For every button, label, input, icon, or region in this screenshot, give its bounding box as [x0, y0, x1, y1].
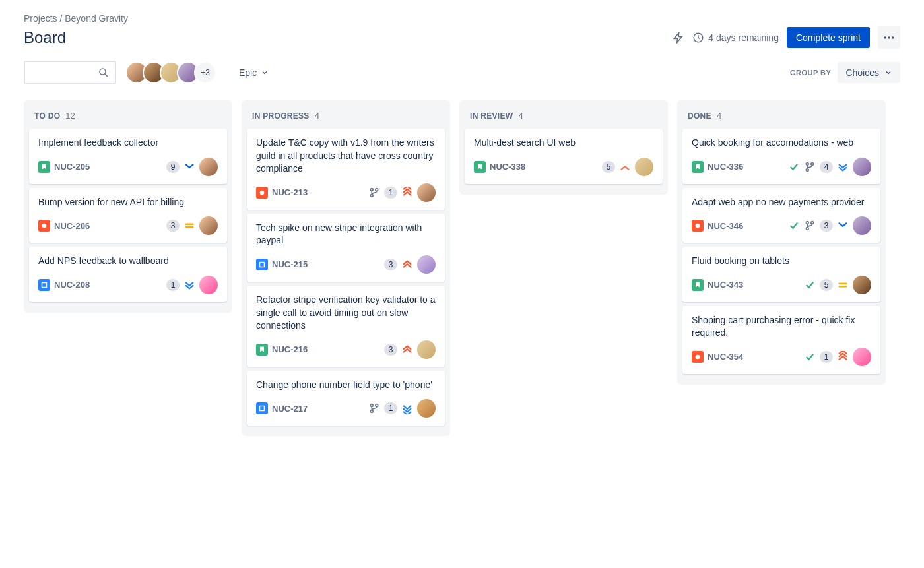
issue-card[interactable]: Fluid booking on tablets NUC-343 5 [682, 247, 880, 302]
breadcrumb-projects[interactable]: Projects [24, 13, 57, 24]
estimate-badge: 4 [820, 161, 833, 173]
column-count: 4 [518, 111, 523, 121]
issue-type-icon [692, 279, 704, 291]
issue-card[interactable]: Quick booking for accomodations - web NU… [682, 129, 880, 184]
issue-type-icon [256, 259, 268, 270]
priority-icon [619, 161, 631, 173]
svg-point-18 [806, 162, 808, 165]
more-actions-button[interactable] [878, 26, 900, 49]
board-column: IN PROGRESS4 Update T&C copy with v1.9 f… [242, 100, 450, 436]
assignee-avatar[interactable] [853, 348, 871, 366]
assignee-avatar[interactable] [417, 255, 436, 274]
issue-key: NUC-208 [54, 280, 90, 290]
svg-point-22 [806, 222, 808, 224]
issue-key: NUC-213 [272, 187, 308, 197]
assignee-avatar[interactable] [417, 183, 436, 202]
epic-filter[interactable]: Epic [239, 67, 269, 78]
assignee-avatar[interactable] [199, 276, 218, 294]
svg-point-2 [888, 36, 890, 38]
complete-sprint-button[interactable]: Complete sprint [787, 27, 870, 48]
branch-icon [368, 187, 380, 199]
issue-type-icon [38, 279, 50, 291]
svg-point-3 [892, 36, 894, 38]
group-by-label: GROUP BY [790, 69, 831, 77]
column-title: IN PROGRESS [252, 111, 310, 121]
estimate-badge: 3 [820, 220, 833, 232]
svg-rect-26 [839, 286, 847, 288]
issue-type-icon [256, 402, 268, 414]
avatar-overflow[interactable]: +3 [194, 61, 216, 84]
estimate-badge: 5 [820, 279, 833, 291]
search-input[interactable] [24, 61, 116, 84]
branch-icon [804, 161, 816, 173]
priority-icon [837, 279, 849, 291]
breadcrumb-project[interactable]: Beyond Gravity [65, 13, 128, 24]
estimate-badge: 1 [384, 187, 397, 199]
assignee-avatar[interactable] [199, 216, 218, 235]
priority-icon [401, 187, 413, 199]
assignee-avatar[interactable] [417, 399, 436, 418]
issue-key: NUC-215 [272, 259, 308, 269]
svg-point-23 [811, 222, 814, 224]
svg-rect-7 [185, 226, 194, 228]
issue-card[interactable]: Multi-dest search UI web NUC-338 5 [465, 129, 663, 184]
card-title: Bump version for new API for billing [38, 196, 218, 209]
assignee-avatar[interactable] [635, 158, 653, 176]
assignee-avatar[interactable] [853, 276, 871, 294]
priority-icon [401, 259, 413, 270]
estimate-badge: 9 [166, 161, 180, 173]
board-column: TO DO12 Implement feedback collector NUC… [24, 100, 232, 313]
assignee-avatar[interactable] [417, 340, 436, 359]
estimate-badge: 3 [384, 259, 397, 270]
svg-point-19 [811, 162, 814, 165]
priority-icon [837, 220, 849, 232]
page-title: Board [24, 28, 66, 47]
priority-icon [401, 344, 413, 356]
estimate-badge: 1 [384, 402, 397, 414]
issue-type-icon [256, 344, 268, 356]
issue-key: NUC-343 [708, 280, 743, 290]
issue-card[interactable]: Adapt web app no new payments provider N… [682, 188, 880, 243]
assignee-avatar[interactable] [199, 158, 218, 176]
svg-point-27 [696, 355, 700, 360]
issue-type-icon [38, 220, 50, 232]
card-title: Implement feedback collector [38, 137, 218, 150]
card-title: Adapt web app no new payments provider [692, 196, 871, 209]
issue-card[interactable]: Refactor stripe verification key validat… [247, 286, 445, 367]
automation-icon[interactable] [673, 32, 684, 44]
svg-rect-8 [42, 282, 47, 287]
issue-card[interactable]: Implement feedback collector NUC-205 9 [29, 129, 227, 184]
priority-icon [183, 279, 195, 291]
priority-icon [837, 161, 849, 173]
more-icon [882, 31, 896, 44]
issue-type-icon [692, 220, 704, 232]
issue-type-icon [38, 161, 50, 173]
clock-icon [692, 32, 704, 44]
svg-rect-13 [260, 262, 265, 267]
issue-key: NUC-205 [54, 162, 90, 172]
done-check-icon [788, 220, 800, 232]
card-title: Fluid booking on tablets [692, 255, 871, 268]
assignee-filter[interactable]: +3 [125, 61, 216, 84]
priority-icon [837, 351, 849, 363]
board-column: DONE4 Quick booking for accomodations - … [677, 100, 886, 385]
assignee-avatar[interactable] [853, 216, 871, 235]
issue-type-icon [692, 351, 704, 363]
card-title: Change phone number field type to 'phone… [256, 379, 436, 392]
estimate-badge: 5 [602, 161, 615, 173]
card-title: Update T&C copy with v1.9 from the write… [256, 137, 436, 175]
group-by-dropdown[interactable]: Choices [838, 62, 900, 83]
priority-icon [183, 161, 195, 173]
card-title: Add NPS feedback to wallboard [38, 255, 218, 268]
assignee-avatar[interactable] [853, 158, 871, 176]
issue-card[interactable]: Add NPS feedback to wallboard NUC-208 1 [29, 247, 227, 302]
issue-card[interactable]: Change phone number field type to 'phone… [247, 371, 445, 426]
issue-card[interactable]: Update T&C copy with v1.9 from the write… [247, 129, 445, 210]
svg-point-1 [884, 36, 886, 38]
issue-card[interactable]: Bump version for new API for billing NUC… [29, 188, 227, 243]
issue-card[interactable]: Shoping cart purchasing error - quick fi… [682, 306, 880, 374]
issue-card[interactable]: Tech spike on new stripe integration wit… [247, 214, 445, 282]
issue-type-icon [474, 161, 486, 173]
issue-key: NUC-346 [708, 221, 743, 231]
column-title: IN REVIEW [470, 111, 513, 121]
